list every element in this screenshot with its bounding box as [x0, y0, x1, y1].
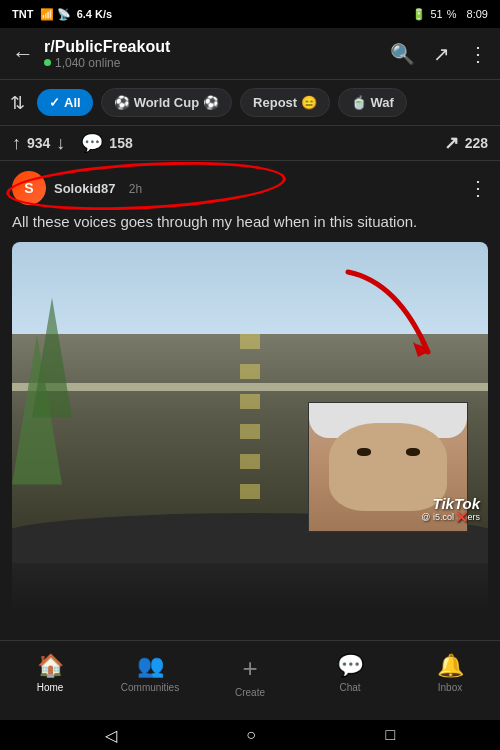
guardrail [12, 383, 488, 391]
post-title: All these voices goes through my head wh… [12, 211, 488, 232]
post-time: 2h [129, 182, 142, 196]
android-nav: ◁ ○ □ [0, 720, 500, 750]
post-more-button[interactable]: ⋮ [468, 176, 488, 200]
create-icon: + [242, 653, 257, 684]
nav-home-label: Home [37, 682, 64, 693]
avatar: S [12, 171, 46, 205]
home-icon: 🏠 [37, 653, 64, 679]
carrier-info: TNT 📶 📡 6.4 K/s [12, 8, 112, 21]
filter-repost[interactable]: Repost 😑 [240, 88, 330, 117]
nav-communities-label: Communities [121, 682, 179, 693]
nav-chat[interactable]: 💬 Chat [300, 649, 400, 697]
username: Solokid87 [54, 181, 115, 196]
post-image[interactable]: TikTok @ i5.col ❌ers [12, 242, 488, 612]
post-area: S Solokid87 2h ⋮ All these voices goes t… [0, 161, 500, 622]
comment-group: 💬 158 [81, 132, 132, 154]
android-back-button[interactable]: ◁ [105, 726, 117, 745]
online-indicator: 1,040 online [44, 56, 390, 70]
subreddit-info: r/PublicFreakout 1,040 online [44, 38, 390, 70]
chat-icon: 💬 [337, 653, 364, 679]
check-icon: ✓ [49, 95, 60, 110]
android-home-button[interactable]: ○ [246, 726, 256, 744]
char-eye-right [406, 448, 420, 456]
share-icon[interactable]: ↗ [444, 132, 459, 154]
battery-level: 51 [430, 8, 442, 20]
upvote-group: ↑ 934 ↓ [12, 133, 65, 154]
soccer-icon: ⚽ [114, 95, 130, 110]
upvote-count: 934 [27, 135, 50, 151]
char-eye-left [357, 448, 371, 456]
dashboard [12, 532, 488, 612]
battery-icon: 🔋 [412, 8, 426, 21]
online-dot [44, 59, 51, 66]
nav-create[interactable]: + Create [200, 649, 300, 702]
nav-chat-label: Chat [339, 682, 360, 693]
more-options-icon[interactable]: ⋮ [468, 42, 488, 66]
comment-icon[interactable]: 💬 [81, 132, 103, 154]
communities-icon: 👥 [137, 653, 164, 679]
char-eyes [309, 448, 467, 456]
sort-icon[interactable]: ⇅ [10, 92, 25, 114]
nav-communities[interactable]: 👥 Communities [100, 649, 200, 697]
nav-inbox-label: Inbox [438, 682, 462, 693]
vote-bar: ↑ 934 ↓ 💬 158 ↗ 228 [0, 126, 500, 161]
bottom-nav: 🏠 Home 👥 Communities + Create 💬 Chat 🔔 I… [0, 640, 500, 720]
post-meta: Solokid87 2h [54, 179, 468, 197]
online-count: 1,040 online [55, 56, 120, 70]
filter-worldcup[interactable]: ⚽ World Cup ⚽ [101, 88, 232, 117]
tiktok-logo: TikTok [421, 495, 480, 512]
road-center-line [240, 334, 259, 538]
upvote-icon[interactable]: ↑ [12, 133, 21, 154]
tiktok-sub: @ i5.col ❌ers [421, 512, 480, 522]
post-header-wrapper: S Solokid87 2h ⋮ [12, 171, 488, 205]
share-count: 228 [465, 135, 488, 151]
share-icon[interactable]: ↗ [433, 42, 450, 66]
downvote-icon[interactable]: ↓ [56, 133, 65, 154]
filter-all[interactable]: ✓ All [37, 89, 93, 116]
filter-bar: ⇅ ✓ All ⚽ World Cup ⚽ Repost 😑 🍵 Waf [0, 80, 500, 126]
nav-create-label: Create [235, 687, 265, 698]
nav-home[interactable]: 🏠 Home [0, 649, 100, 697]
nav-inbox[interactable]: 🔔 Inbox [400, 649, 500, 697]
tiktok-watermark: TikTok @ i5.col ❌ers [421, 495, 480, 522]
comment-count: 158 [109, 135, 132, 151]
android-recents-button[interactable]: □ [386, 726, 396, 744]
soccer-icon2: ⚽ [203, 95, 219, 110]
clock: 8:09 [467, 8, 488, 20]
status-right: 🔋 51% 8:09 [412, 8, 488, 21]
top-nav: ← r/PublicFreakout 1,040 online 🔍 ↗ ⋮ [0, 28, 500, 80]
post-header: S Solokid87 2h ⋮ [12, 171, 488, 205]
status-bar: TNT 📶 📡 6.4 K/s 🔋 51% 8:09 [0, 0, 500, 28]
share-group: ↗ 228 [444, 132, 488, 154]
subreddit-name: r/PublicFreakout [44, 38, 390, 56]
nav-actions: 🔍 ↗ ⋮ [390, 42, 488, 66]
inbox-icon: 🔔 [437, 653, 464, 679]
search-icon[interactable]: 🔍 [390, 42, 415, 66]
back-button[interactable]: ← [12, 41, 34, 67]
filter-waf[interactable]: 🍵 Waf [338, 88, 407, 117]
